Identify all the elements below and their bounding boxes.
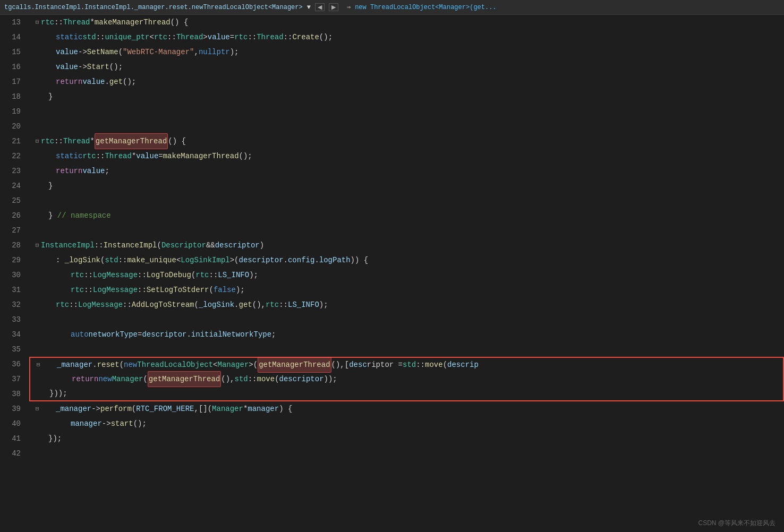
line-num-22: 22	[0, 149, 29, 164]
code-line-16: value->Start();	[29, 59, 784, 74]
code-line-22: static rtc::Thread *value = makeManagerT…	[29, 149, 784, 164]
code-line-15: value->SetName("WebRTC-Manager", nullptr…	[29, 45, 784, 59]
fold-icon-21[interactable]: ⊟	[33, 134, 41, 149]
nav-back-button[interactable]: ◀	[315, 3, 325, 11]
code-content: ⊟ rtc::Thread *makeManagerThread() { sta…	[29, 15, 784, 461]
code-line-23: return value;	[29, 164, 784, 178]
line-num-17: 17	[0, 74, 29, 89]
code-line-14: static std::unique_ptr<rtc::Thread> valu…	[29, 30, 784, 45]
line-num-41: 41	[0, 431, 29, 446]
code-line-30: rtc::LogMessage::LogToDebug(rtc::LS_INFO…	[29, 268, 784, 282]
code-line-18: }	[29, 89, 784, 104]
code-line-39: ⊟ _manager->perform(RTC_FROM_HERE, [](Ma…	[29, 401, 784, 416]
code-line-42	[29, 446, 784, 461]
line-num-26: 26	[0, 208, 29, 223]
line-num-24: 24	[0, 178, 29, 193]
line-num-27: 27	[0, 223, 29, 238]
fold-icon-36[interactable]: ⊟	[35, 357, 42, 372]
watermark: CSDN @等风来不如迎风去	[698, 519, 776, 528]
code-line-17: return value.get();	[29, 74, 784, 89]
line-num-20: 20	[0, 119, 29, 134]
editor-container: 13 14 15 16 17 18 19 20 21 22 23 24 25 2…	[0, 15, 784, 532]
line-num-40: 40	[0, 416, 29, 431]
line-numbers: 13 14 15 16 17 18 19 20 21 22 23 24 25 2…	[0, 15, 29, 532]
line-num-14: 14	[0, 30, 29, 45]
code-line-27	[29, 223, 784, 238]
line-num-35: 35	[0, 342, 29, 357]
line-num-18: 18	[0, 89, 29, 104]
code-line-13: ⊟ rtc::Thread *makeManagerThread() {	[29, 15, 784, 30]
line-num-13: 13	[0, 15, 29, 30]
code-line-21: ⊟ rtc::Thread *getManagerThread() {	[29, 134, 784, 149]
line-num-34: 34	[0, 327, 29, 342]
line-num-21: 21	[0, 134, 29, 149]
highlighted-getmanagerthread-36: getManagerThread	[258, 357, 331, 373]
line-num-42: 42	[0, 446, 29, 461]
nav-forward-button[interactable]: ▶	[329, 3, 338, 11]
code-line-36: ⊟ _manager.reset(new ThreadLocalObject<M…	[29, 357, 784, 372]
breadcrumb-separator: ▼	[307, 4, 311, 11]
breadcrumb-path: tgcalls.InstanceImpl.InstanceImpl._manag…	[4, 4, 303, 11]
line-num-30: 30	[0, 268, 29, 282]
code-line-33	[29, 312, 784, 327]
code-line-20	[29, 119, 784, 134]
line-num-19: 19	[0, 104, 29, 119]
fold-icon-13[interactable]: ⊟	[33, 15, 41, 30]
code-line-28: ⊟ InstanceImpl::InstanceImpl(Descriptor …	[29, 238, 784, 253]
code-line-25	[29, 193, 784, 208]
line-num-32: 32	[0, 297, 29, 312]
code-line-37: return new Manager(getManagerThread(), s…	[29, 372, 784, 387]
line-num-36: 36	[0, 357, 29, 372]
code-line-26: } // namespace	[29, 208, 784, 223]
highlighted-getmanagerthread-21: getManagerThread	[95, 133, 168, 149]
code-line-32: rtc::LogMessage::AddLogToStream(_logSink…	[29, 297, 784, 312]
nav-target-link[interactable]: new ThreadLocalObject<Manager>(get...	[355, 4, 496, 11]
fold-icon-28[interactable]: ⊟	[33, 238, 41, 253]
fold-icon-39[interactable]: ⊟	[33, 401, 41, 416]
code-line-35	[29, 342, 784, 357]
code-line-41: });	[29, 431, 784, 446]
line-num-33: 33	[0, 312, 29, 327]
code-area[interactable]: ⊟ rtc::Thread *makeManagerThread() { sta…	[29, 15, 784, 532]
nav-arrow-icon: ⇒	[347, 3, 351, 11]
line-num-31: 31	[0, 282, 29, 297]
line-num-16: 16	[0, 59, 29, 74]
code-line-31: rtc::LogMessage::SetLogToStderr(false);	[29, 282, 784, 297]
line-num-37: 37	[0, 372, 29, 387]
top-bar: tgcalls.InstanceImpl.InstanceImpl._manag…	[0, 0, 784, 15]
line-num-23: 23	[0, 164, 29, 178]
line-num-38: 38	[0, 387, 29, 401]
line-num-15: 15	[0, 45, 29, 59]
highlighted-getmanagerthread-37: getManagerThread	[148, 371, 221, 387]
line-num-39: 39	[0, 401, 29, 416]
line-num-28: 28	[0, 238, 29, 253]
line-num-29: 29	[0, 253, 29, 268]
code-line-29: : _logSink(std::make_unique<LogSinkImpl>…	[29, 253, 784, 268]
code-line-40: manager->start();	[29, 416, 784, 431]
code-line-19	[29, 104, 784, 119]
code-line-24: }	[29, 178, 784, 193]
line-num-25: 25	[0, 193, 29, 208]
code-line-38: }));	[29, 387, 784, 401]
code-line-34: auto networkType = descriptor.initialNet…	[29, 327, 784, 342]
